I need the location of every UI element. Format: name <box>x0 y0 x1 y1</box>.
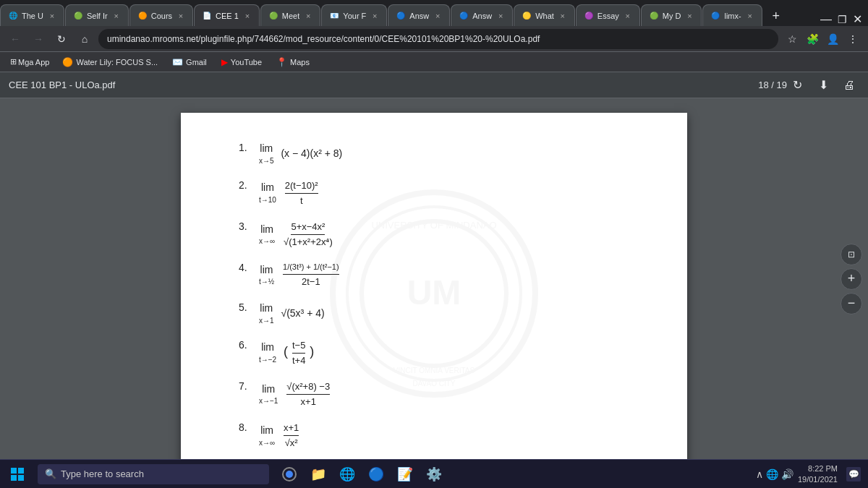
problem-6-expr: limt→−2 ( t−5 t+4 ) <box>259 339 314 367</box>
system-tray: ∧ 🌐 🔊 <box>756 468 793 480</box>
taskbar-edge[interactable]: 🌐 <box>334 461 360 487</box>
pdf-content[interactable]: UM UNIVERSITY OF MINDANAO VINCIT OMNIA V… <box>0 98 868 459</box>
tab-lab[interactable]: 🟡 What × <box>514 4 575 26</box>
problem-8-num: 8. <box>239 421 259 433</box>
zoom-fit-button[interactable]: ⊡ <box>841 244 862 265</box>
tab-favicon-6: 📧 <box>329 11 339 21</box>
start-button[interactable] <box>0 460 35 489</box>
clock-time: 8:22 PM <box>798 463 838 474</box>
pdf-print-button[interactable]: 🖨 <box>839 75 859 95</box>
extensions-icon[interactable]: 🧩 <box>803 30 822 48</box>
tab-self[interactable]: 🟢 Self Ir × <box>65 4 129 26</box>
menu-icon[interactable]: ⋮ <box>843 30 862 48</box>
gmail-label: Gmail <box>186 58 207 67</box>
tab-essay[interactable]: 🟣 Essay × <box>576 4 640 26</box>
problem-5-expr: limx→1 √(5x³ + 4) <box>259 301 325 326</box>
taskbar-settings[interactable]: ⚙️ <box>421 461 447 487</box>
tab-favicon-9: 🟡 <box>522 11 532 21</box>
tray-network-icon[interactable]: 🌐 <box>766 468 778 480</box>
tab-close-1[interactable]: × <box>46 10 58 22</box>
browser-window: 🌐 The U × 🟢 Self Ir × 🟠 Cours × 📄 CEE 1 … <box>0 0 868 459</box>
problem-1-expr: limx→5 (x − 4)(x² + 8) <box>259 142 342 166</box>
tab-answ2[interactable]: 🔵 Answ × <box>451 4 513 26</box>
tab-close-7[interactable]: × <box>432 10 443 22</box>
taskbar-word[interactable]: 📝 <box>392 461 418 487</box>
tab-favicon-1: 🌐 <box>8 11 18 21</box>
tab-close-4[interactable]: × <box>242 10 253 22</box>
system-clock[interactable]: 8:22 PM 19/01/2021 <box>798 463 838 484</box>
problem-8-expr: limx→∞ x+1 √x² <box>259 421 300 450</box>
problem-6: 6. limt→−2 ( t−5 t+4 ) <box>239 339 644 367</box>
tab-favicon-11: 🟢 <box>649 11 659 21</box>
tab-title-5: Meet <box>282 12 299 20</box>
tab-limx[interactable]: 🔵 limx- × <box>702 4 762 26</box>
tab-close-2[interactable]: × <box>111 10 122 22</box>
problem-6-num: 6. <box>239 339 259 351</box>
tab-favicon-3: 🟠 <box>137 11 148 21</box>
profile-icon[interactable]: 👤 <box>823 30 842 48</box>
tab-close-12[interactable]: × <box>744 10 756 22</box>
pdf-wrapper: UM UNIVERSITY OF MINDANAO VINCIT OMNIA V… <box>0 98 868 459</box>
new-tab-button[interactable]: + <box>766 6 786 26</box>
tab-close-11[interactable]: × <box>684 10 695 22</box>
tab-close-6[interactable]: × <box>369 10 380 22</box>
taskbar: 🔍 Type here to search 📁 🌐 🔵 📝 ⚙️ ∧ 🌐 🔊 8… <box>0 459 868 488</box>
problem-2-expr: limt→10 2(t−10)² t <box>259 179 320 207</box>
math-problems-list: 1. limx→5 (x − 4)(x² + 8) 2. limt→10 <box>239 142 644 459</box>
notification-button[interactable]: 💬 <box>846 467 861 481</box>
tab-close-9[interactable]: × <box>557 10 569 22</box>
taskbar-chrome[interactable]: 🔵 <box>363 461 389 487</box>
zoom-in-button[interactable]: + <box>841 268 862 290</box>
apps-icon: ⊞ <box>10 57 17 67</box>
tab-title-4: CEE 1 <box>216 12 239 20</box>
back-button[interactable]: ← <box>6 30 25 48</box>
tab-course[interactable]: 🟠 Cours × <box>129 4 193 26</box>
bookmarks-bar: ⊞ Mga App 🟠 Water Lily: FOCUS S... ✉️ Gm… <box>0 52 868 72</box>
tab-myd[interactable]: 🟢 My D × <box>641 4 702 26</box>
url-input[interactable] <box>98 29 778 49</box>
bookmark-waterlily[interactable]: 🟠 Water Lily: FOCUS S... <box>56 56 163 69</box>
taskbar-file-explorer[interactable]: 📁 <box>305 461 331 487</box>
taskbar-search-box[interactable]: 🔍 Type here to search <box>38 464 269 484</box>
bookmark-gmail[interactable]: ✉️ Gmail <box>166 56 213 69</box>
tab-close-10[interactable]: × <box>622 10 634 22</box>
tab-close-8[interactable]: × <box>495 10 506 22</box>
tab-the-u[interactable]: 🌐 The U × <box>0 4 64 26</box>
reload-button[interactable]: ↻ <box>52 30 71 48</box>
bookmark-star-icon[interactable]: ☆ <box>783 30 801 48</box>
close-button[interactable]: ✕ <box>853 12 862 26</box>
apps-label: Mga App <box>18 58 49 67</box>
address-bar: ← → ↻ ⌂ ☆ 🧩 👤 ⋮ <box>0 26 868 52</box>
waterlily-label: Water Lily: FOCUS S... <box>76 58 158 67</box>
pdf-title: CEE 101 BP1 - ULOa.pdf <box>9 80 758 90</box>
toolbar-icons: ☆ 🧩 👤 ⋮ <box>783 30 862 48</box>
pdf-download-button[interactable]: ⬇ <box>813 75 833 95</box>
taskbar-cortana[interactable] <box>276 461 302 487</box>
forward-button[interactable]: → <box>29 30 48 48</box>
tab-answ1[interactable]: 🔵 Answ × <box>388 4 450 26</box>
tray-volume-icon[interactable]: 🔊 <box>781 468 793 480</box>
tab-cee[interactable]: 📄 CEE 1 × <box>194 4 260 26</box>
restore-button[interactable]: ❐ <box>838 14 847 25</box>
maps-label: Maps <box>290 58 310 67</box>
zoom-panel: ⊡ + − <box>841 244 862 314</box>
cortana-icon <box>282 467 297 481</box>
bookmark-maps[interactable]: 📍 Maps <box>271 56 315 69</box>
tab-title-10: Essay <box>597 12 619 20</box>
tab-mail[interactable]: 📧 Your F × <box>321 4 387 26</box>
tab-meet[interactable]: 🟢 Meet × <box>260 4 320 26</box>
maps-favicon: 📍 <box>276 57 287 67</box>
problem-2-num: 2. <box>239 179 259 191</box>
zoom-out-button[interactable]: − <box>841 293 862 314</box>
pdf-rotate-button[interactable]: ↻ <box>787 75 807 95</box>
bookmark-youtube[interactable]: ▶ YouTube <box>216 56 268 69</box>
tab-title-8: Answ <box>472 12 492 20</box>
apps-shortcut[interactable]: ⊞ Mga App <box>6 56 54 68</box>
tab-bar: 🌐 The U × 🟢 Self Ir × 🟠 Cours × 📄 CEE 1 … <box>0 0 868 26</box>
minimize-button[interactable]: — <box>820 13 832 26</box>
problem-1-num: 1. <box>239 142 259 153</box>
home-button[interactable]: ⌂ <box>75 30 94 48</box>
tray-up-arrow[interactable]: ∧ <box>756 468 763 480</box>
tab-close-3[interactable]: × <box>175 10 187 22</box>
tab-close-5[interactable]: × <box>302 10 314 22</box>
